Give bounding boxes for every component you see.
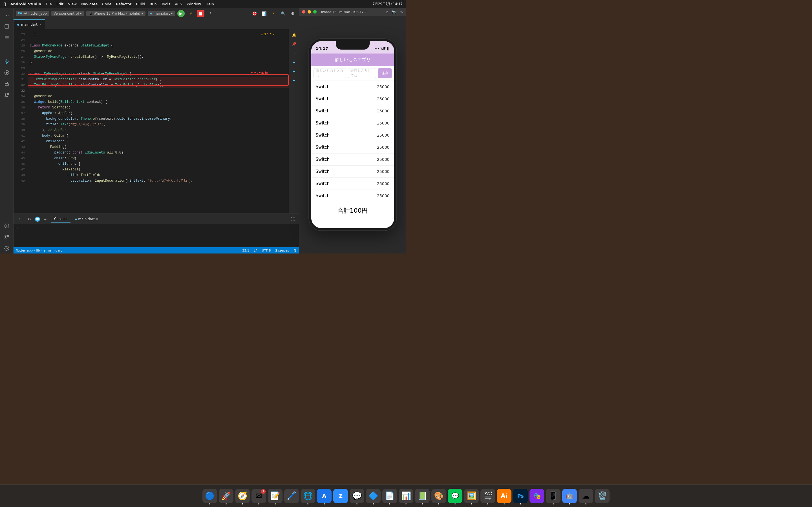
lightning-button[interactable]: ⚡ xyxy=(269,10,277,17)
flutter2-icon[interactable]: ◆ xyxy=(290,68,298,75)
menu-vcs[interactable]: VCS xyxy=(175,2,182,6)
save-button[interactable]: 保存 xyxy=(378,68,392,78)
list-item-name: Switch xyxy=(316,145,377,150)
list-item-name: Switch xyxy=(316,169,377,174)
home-icon[interactable]: ⌂ xyxy=(386,10,388,14)
version-control-badge[interactable]: Version control ▾ xyxy=(51,11,84,16)
coverage-button[interactable]: 🎯 xyxy=(250,10,258,17)
menu-edit[interactable]: Edit xyxy=(56,2,63,6)
stop-button[interactable]: ■ xyxy=(197,10,204,17)
run-button[interactable]: ▶ xyxy=(177,10,185,17)
status-bar: flutter_app › lib › ◆ main.dart 33:1 LF … xyxy=(13,247,299,253)
editor-tab-main-dart[interactable]: ◆ main.dart ✕ xyxy=(13,19,45,29)
code-line-33 xyxy=(28,88,289,94)
list-item-price: 25000 xyxy=(377,121,390,125)
code-line-45: child: Row( xyxy=(28,156,289,161)
iphone-input-row: 欲しいものを入力し… 金額を入力してね 保存 xyxy=(311,66,394,81)
console-tab[interactable]: Console xyxy=(51,216,70,223)
sidebar-structure[interactable] xyxy=(2,232,12,242)
code-content[interactable]: ⚠ 17 ∧ ∨ } class MyHomePage extends Stat… xyxy=(28,29,289,214)
code-line-43: Padding( xyxy=(28,144,289,150)
sidebar-settings[interactable] xyxy=(2,243,12,253)
menu-navigate[interactable]: Navigate xyxy=(81,2,98,6)
run-icon-btn[interactable]: ⚡ xyxy=(16,215,24,223)
menu-bar:  Android Studio File Edit View Navigate… xyxy=(0,0,406,8)
main-dart-tab[interactable]: ◆ main.dart ✕ xyxy=(72,216,101,222)
sidebar-notifications[interactable] xyxy=(2,221,12,231)
menu-view[interactable]: View xyxy=(68,2,77,6)
datetime: 7月29日(月) 14:17 xyxy=(372,2,403,6)
file-badge[interactable]: ◆ main.dart ▾ xyxy=(148,11,175,16)
menu-window[interactable]: Window xyxy=(187,2,201,6)
iphone-frame: 14:17 ••• WiFi ▌ 欲しいものアプリ 欲しいものを入力し… xyxy=(299,16,406,253)
sidebar-project[interactable] xyxy=(2,33,12,43)
menu-build[interactable]: Build xyxy=(136,2,145,6)
sidebar-files[interactable] xyxy=(2,21,12,32)
device-badge[interactable]: 📱 iPhone 15 Pro Max (mobile) ▾ xyxy=(86,11,146,16)
run-close-icon[interactable]: ✕ xyxy=(96,217,98,221)
menu-run[interactable]: Run xyxy=(150,2,157,6)
sidebar-run[interactable] xyxy=(2,68,12,78)
flutter-icon[interactable]: ◆ xyxy=(290,59,298,66)
indent[interactable]: 2 spaces xyxy=(275,249,289,252)
code-line-32: TextEditingController priceController = … xyxy=(28,82,289,88)
code-line-47: Flexible( xyxy=(28,167,289,172)
menu-help[interactable]: Help xyxy=(206,2,214,6)
more-run-btn[interactable]: ⋯ xyxy=(42,215,50,223)
list-item: Switch25000 xyxy=(311,154,394,166)
chevron-down-icon: ▾ xyxy=(80,11,82,15)
sidebar-git[interactable] xyxy=(2,90,12,100)
sidebar-debug[interactable] xyxy=(2,79,12,89)
run-file-label: main.dart xyxy=(78,217,94,221)
menu-code[interactable]: Code xyxy=(102,2,111,6)
code-line-44: padding: const EdgeInsets.all(8.0), xyxy=(28,150,289,156)
minimize-traffic-light[interactable] xyxy=(308,10,311,13)
item-price-input[interactable]: 金額を入力してね xyxy=(348,68,376,78)
screenshot-icon[interactable]: 📷 xyxy=(392,10,396,14)
search-button[interactable]: 🔍 xyxy=(279,10,287,17)
cursor-position[interactable]: 33:1 xyxy=(242,249,249,252)
pin-icon[interactable]: 📌 xyxy=(290,41,298,48)
close-traffic-light[interactable] xyxy=(302,10,305,13)
reload-btn[interactable]: ↺ xyxy=(26,215,33,223)
maximize-traffic-light[interactable] xyxy=(313,10,317,13)
line-numbers: 23 24 25 26 27 28 29 30 31 32 33 34 35 3… xyxy=(13,29,28,214)
code-line-49: decoration: InputDecoration(hintText: '欲… xyxy=(28,178,289,184)
line-ending[interactable]: LF xyxy=(254,249,257,252)
settings-button[interactable]: ⚙ xyxy=(289,10,297,17)
file-breadcrumb: main.dart xyxy=(47,249,62,252)
more-button[interactable]: ⋮ xyxy=(207,10,214,17)
flash-button[interactable]: ⚡ xyxy=(187,10,195,17)
lightning2-icon[interactable]: ⚡ xyxy=(290,50,298,57)
project-badge[interactable]: FA FA flutter_app xyxy=(16,11,49,16)
vcs-icon[interactable]: ⛓ xyxy=(294,249,297,252)
menu-refactor[interactable]: Refactor xyxy=(116,2,132,6)
rotate-icon[interactable]: ⟲ xyxy=(400,10,403,14)
stop-icon-btn[interactable]: ■ xyxy=(35,217,40,222)
list-item-price: 25000 xyxy=(377,181,390,186)
tab-label: main.dart xyxy=(21,22,37,26)
project-name: FA flutter_app xyxy=(23,11,47,15)
list-item-name: Switch xyxy=(316,84,377,89)
expand-panel-btn[interactable]: ⛶ xyxy=(289,215,297,223)
sidebar-plugins[interactable] xyxy=(2,56,12,66)
tab-close-icon[interactable]: ✕ xyxy=(39,23,42,26)
profiler-button[interactable]: 📊 xyxy=(260,10,268,17)
phone-nav-icons: ⌂ 📷 ⟲ xyxy=(386,10,403,14)
menu-tools[interactable]: Tools xyxy=(161,2,170,6)
bookmark-icon[interactable]: 🔔 xyxy=(290,32,298,40)
list-item-price: 25000 xyxy=(377,133,390,137)
list-item-price: 25000 xyxy=(377,84,390,89)
menu-file[interactable]: File xyxy=(46,2,52,6)
dart-file-icon-status: ◆ xyxy=(43,249,46,252)
code-line-24 xyxy=(28,37,289,43)
list-item-price: 25000 xyxy=(377,193,390,198)
code-line-38: backgroundColor: Theme.of(context).color… xyxy=(28,116,289,122)
app-name[interactable]: Android Studio xyxy=(10,2,41,6)
item-name-input[interactable]: 欲しいものを入力し… xyxy=(313,68,346,78)
iphone-app-title: 欲しいものアプリ xyxy=(335,57,371,63)
encoding[interactable]: UTF-8 xyxy=(262,249,271,252)
sidebar-dots[interactable]: ⋯ xyxy=(2,10,12,20)
flutter3-icon[interactable]: ◆ xyxy=(290,76,298,84)
iphone-status-right: ••• WiFi ▌ xyxy=(374,47,390,50)
